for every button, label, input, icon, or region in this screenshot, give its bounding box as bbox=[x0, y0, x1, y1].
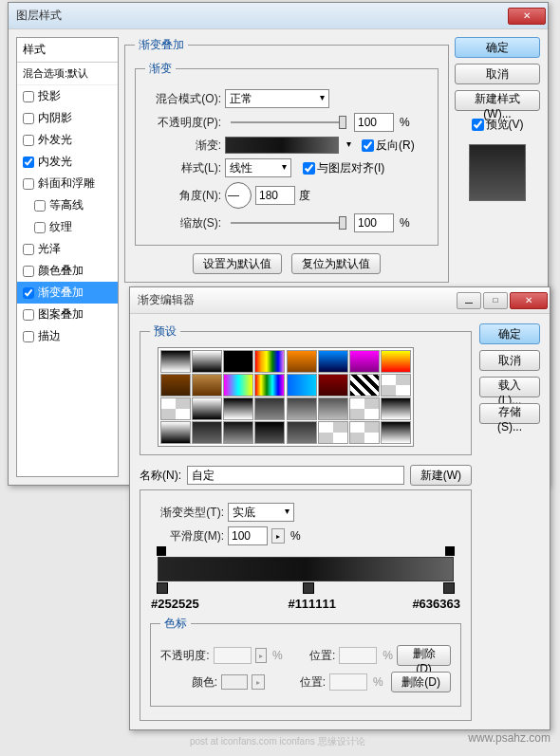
preset-swatch[interactable] bbox=[254, 421, 285, 444]
preset-swatch[interactable] bbox=[223, 350, 253, 373]
set-default-button[interactable]: 设置为默认值 bbox=[193, 253, 282, 274]
style-checkbox[interactable] bbox=[34, 200, 46, 212]
scale-input[interactable] bbox=[354, 213, 394, 232]
color-stop[interactable] bbox=[303, 582, 314, 594]
style-item[interactable]: 外发光 bbox=[17, 129, 118, 151]
reset-default-button[interactable]: 复位为默认值 bbox=[291, 253, 381, 274]
preset-swatch[interactable] bbox=[160, 397, 191, 420]
style-checkbox[interactable] bbox=[23, 91, 34, 102]
style-dropdown[interactable]: 线性 bbox=[225, 158, 291, 177]
reverse-checkbox[interactable]: 反向(R) bbox=[362, 138, 415, 154]
style-checkbox[interactable] bbox=[23, 244, 34, 255]
style-checkbox[interactable] bbox=[23, 309, 34, 321]
style-checkbox[interactable] bbox=[23, 113, 34, 124]
style-item[interactable]: 图案叠加 bbox=[17, 304, 118, 325]
preset-swatch[interactable] bbox=[160, 350, 191, 373]
preset-swatch[interactable] bbox=[381, 421, 411, 444]
angle-dial[interactable] bbox=[225, 182, 252, 209]
preset-swatch[interactable] bbox=[381, 374, 411, 396]
preset-swatch[interactable] bbox=[254, 374, 285, 396]
maximize-icon[interactable]: □ bbox=[483, 292, 508, 309]
ge-cancel-button[interactable]: 取消 bbox=[479, 350, 540, 371]
gradient-preview[interactable] bbox=[225, 137, 339, 154]
preset-swatch[interactable] bbox=[287, 374, 317, 396]
smoothness-stepper[interactable]: ▸ bbox=[271, 528, 285, 544]
style-checkbox[interactable] bbox=[23, 287, 34, 299]
gradient-editor-titlebar[interactable]: 渐变编辑器 □ ✕ bbox=[130, 287, 550, 314]
style-checkbox[interactable] bbox=[34, 222, 46, 233]
style-item[interactable]: 斜面和浮雕 bbox=[17, 173, 118, 194]
color-stop[interactable] bbox=[157, 582, 168, 594]
preset-swatch[interactable] bbox=[381, 350, 411, 373]
preset-swatch[interactable] bbox=[287, 350, 317, 373]
scale-slider[interactable] bbox=[231, 222, 345, 224]
align-checkbox[interactable]: 与图层对齐(I) bbox=[303, 160, 384, 176]
preset-swatch[interactable] bbox=[381, 397, 411, 420]
stop-hex-label: #636363 bbox=[412, 597, 460, 611]
style-checkbox[interactable] bbox=[23, 178, 34, 190]
style-item[interactable]: 光泽 bbox=[17, 238, 118, 260]
angle-label: 角度(N): bbox=[145, 188, 221, 204]
close-icon[interactable]: ✕ bbox=[508, 8, 546, 25]
blending-options[interactable]: 混合选项:默认 bbox=[17, 63, 118, 85]
gradient-type-dropdown[interactable]: 实底 bbox=[228, 503, 294, 522]
preset-swatch[interactable] bbox=[349, 350, 380, 373]
preview-checkbox[interactable]: 预览(V) bbox=[455, 117, 540, 133]
angle-input[interactable] bbox=[255, 186, 295, 205]
opacity-input[interactable] bbox=[354, 113, 394, 132]
preset-swatch[interactable] bbox=[318, 397, 348, 420]
preset-swatch[interactable] bbox=[223, 397, 253, 420]
preset-swatch[interactable] bbox=[318, 374, 348, 396]
preset-swatch[interactable] bbox=[192, 374, 222, 396]
layer-style-titlebar[interactable]: 图层样式 ✕ bbox=[9, 3, 548, 29]
style-item[interactable]: 渐变叠加 bbox=[17, 282, 118, 304]
preset-swatch[interactable] bbox=[223, 374, 253, 396]
style-item[interactable]: 内阴影 bbox=[17, 107, 118, 129]
opacity-slider[interactable] bbox=[231, 121, 345, 123]
preset-swatch[interactable] bbox=[349, 374, 380, 396]
style-checkbox[interactable] bbox=[23, 135, 34, 146]
cancel-button[interactable]: 取消 bbox=[455, 64, 540, 84]
style-item[interactable]: 投影 bbox=[17, 85, 118, 107]
preset-swatch[interactable] bbox=[349, 421, 380, 444]
close-icon[interactable]: ✕ bbox=[510, 292, 548, 309]
ge-ok-button[interactable]: 确定 bbox=[479, 323, 540, 344]
style-checkbox[interactable] bbox=[23, 266, 34, 277]
stop-position-label: 位置: bbox=[287, 648, 336, 664]
gradient-legend: 渐变 bbox=[145, 61, 176, 77]
preset-swatch[interactable] bbox=[254, 350, 285, 373]
preset-swatch[interactable] bbox=[287, 421, 317, 444]
style-item[interactable]: 内发光 bbox=[17, 151, 118, 173]
new-gradient-button[interactable]: 新建(W) bbox=[410, 465, 472, 486]
style-checkbox[interactable] bbox=[23, 157, 34, 168]
new-style-button[interactable]: 新建样式(W)... bbox=[455, 90, 540, 111]
ge-load-button[interactable]: 载入(L)... bbox=[479, 377, 540, 397]
preset-swatch[interactable] bbox=[160, 421, 191, 444]
preset-swatch[interactable] bbox=[192, 421, 222, 444]
ok-button[interactable]: 确定 bbox=[455, 37, 540, 58]
preset-swatch[interactable] bbox=[287, 397, 317, 420]
gradient-strip[interactable]: #252525 #111111 #636363 bbox=[158, 557, 454, 581]
preset-swatch[interactable] bbox=[160, 374, 191, 396]
degree-label: 度 bbox=[299, 188, 310, 204]
preset-swatch[interactable] bbox=[254, 397, 285, 420]
preset-swatch[interactable] bbox=[318, 421, 348, 444]
preset-swatch[interactable] bbox=[223, 421, 253, 444]
style-item-label: 图案叠加 bbox=[38, 306, 84, 323]
smoothness-input[interactable] bbox=[228, 526, 268, 545]
preset-swatch[interactable] bbox=[192, 397, 222, 420]
preset-swatch[interactable] bbox=[192, 350, 222, 373]
style-checkbox[interactable] bbox=[23, 331, 34, 342]
style-item[interactable]: 描边 bbox=[17, 325, 118, 347]
ge-save-button[interactable]: 存储(S)... bbox=[479, 403, 540, 424]
preset-swatch[interactable] bbox=[318, 350, 348, 373]
blend-mode-dropdown[interactable]: 正常 bbox=[225, 89, 329, 108]
preview-thumbnail bbox=[469, 144, 526, 201]
gradient-name-input[interactable] bbox=[187, 466, 404, 485]
style-item[interactable]: 颜色叠加 bbox=[17, 260, 118, 282]
style-item[interactable]: 等高线 bbox=[17, 194, 118, 216]
color-stop[interactable] bbox=[443, 582, 455, 594]
minimize-icon[interactable] bbox=[457, 292, 481, 309]
style-item[interactable]: 纹理 bbox=[17, 216, 118, 238]
preset-swatch[interactable] bbox=[349, 397, 380, 420]
